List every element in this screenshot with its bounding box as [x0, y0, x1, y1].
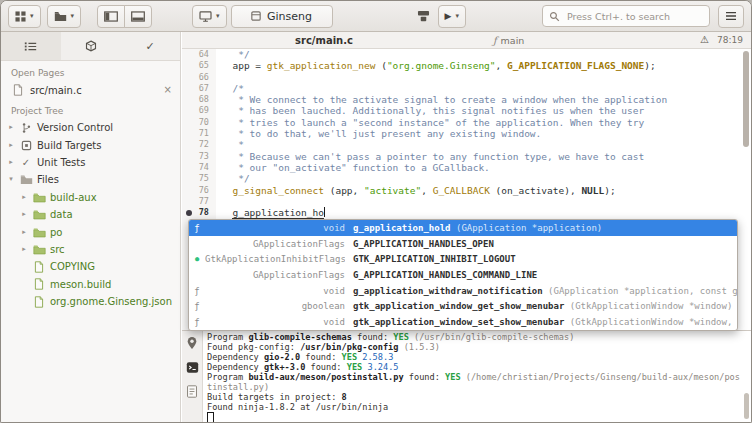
- code-line[interactable]: 65 app = gtk_application_new ("org.gnome…: [182, 60, 751, 71]
- code-line[interactable]: 71 * to do that, we'll just present any …: [182, 128, 751, 139]
- file-icon: [32, 278, 46, 290]
- close-icon[interactable]: ×: [164, 85, 172, 95]
- tree-item-data[interactable]: ▸data: [1, 206, 180, 223]
- project-tree: ▸Version Control▸Build Targets▸✓Unit Tes…: [1, 119, 180, 310]
- search-input[interactable]: [565, 10, 703, 23]
- open-page-item[interactable]: src/main.c ×: [1, 81, 180, 99]
- output-line: Dependency gio-2.0 found: YES 2.58.3: [207, 352, 747, 362]
- code-line[interactable]: 78 g_application_ho: [182, 207, 751, 218]
- expander-icon[interactable]: ▾: [7, 176, 15, 183]
- device-selector-button[interactable]: ▾: [192, 5, 227, 28]
- surface-switcher-button[interactable]: ▾: [8, 5, 41, 28]
- symbol-context-button[interactable]: ƒ main: [493, 35, 524, 46]
- tree-item-copying[interactable]: COPYING: [1, 258, 180, 275]
- expander-icon[interactable]: ▸: [7, 142, 15, 149]
- messages-tab[interactable]: [186, 336, 198, 350]
- code-line[interactable]: 76 g_signal_connect (app, "activate", G_…: [182, 185, 751, 196]
- output-line: Found ninja-1.8.2 at /usr/bin/ninja: [207, 402, 747, 412]
- code-line[interactable]: 74 * our "on_activate" function to a GCa…: [182, 162, 751, 173]
- completion-return-type: GApplicationFlags: [205, 239, 345, 249]
- completion-row[interactable]: ƒgbooleangtk_application_window_get_show…: [189, 298, 737, 314]
- pages-grid-icon: [15, 11, 26, 22]
- tree-item-label: po: [50, 227, 62, 238]
- line-number: 66: [182, 72, 216, 83]
- global-search[interactable]: [542, 5, 710, 27]
- toggle-left-panel-button[interactable]: [97, 5, 125, 28]
- code-line[interactable]: 75 */: [182, 173, 751, 184]
- build-config-tab[interactable]: [61, 32, 121, 60]
- tree-item-label: org.gnome.Ginseng.json: [50, 296, 172, 307]
- completion-row[interactable]: GApplicationFlagsG_APPLICATION_HANDLES_C…: [189, 267, 737, 283]
- open-document-button[interactable]: ▾: [47, 5, 82, 28]
- completion-row[interactable]: ●GtkApplicationInhibitFlagsGTK_APPLICATI…: [189, 251, 737, 267]
- terminal-tab[interactable]: [186, 361, 199, 374]
- folder-open-icon: [54, 11, 67, 22]
- tree-item-po[interactable]: ▸po: [1, 223, 180, 240]
- tree-item-meson-build[interactable]: meson.build: [1, 276, 180, 293]
- build-log-tab[interactable]: [186, 385, 198, 398]
- expander-icon[interactable]: ▸: [20, 194, 28, 201]
- build-brick-icon: [417, 10, 430, 22]
- tree-list-icon: [24, 41, 37, 52]
- tree-item-build-aux[interactable]: ▸build-aux: [1, 189, 180, 206]
- output-scrollbar[interactable]: [744, 393, 749, 419]
- run-button[interactable]: ▶ ▾: [438, 5, 466, 28]
- output-line: tinstall.py): [207, 382, 747, 392]
- tree-item-build-targets[interactable]: ▸Build Targets: [1, 136, 180, 153]
- completion-row[interactable]: ƒvoidgtk_application_window_set_show_men…: [189, 314, 737, 330]
- chevron-down-icon: ▾: [216, 13, 220, 20]
- expander-icon[interactable]: ▸: [20, 229, 28, 236]
- code-line[interactable]: 72 *: [182, 139, 751, 150]
- project-name: Ginseng: [267, 10, 312, 23]
- cursor-position: 78:19: [709, 35, 743, 45]
- left-panel-tabs: ✓: [1, 32, 180, 61]
- code-line[interactable]: 66: [182, 72, 751, 83]
- code-text: * our "on_activate" function to a GCallb…: [216, 162, 490, 173]
- code-line[interactable]: 73 * Because we can't pass a pointer to …: [182, 151, 751, 162]
- search-icon: [549, 11, 560, 22]
- play-icon: ▶: [445, 12, 452, 21]
- line-number: 65: [182, 60, 216, 71]
- code-line[interactable]: 64 */: [182, 49, 751, 60]
- build-button[interactable]: [413, 5, 434, 28]
- tree-item-src[interactable]: ▸src: [1, 241, 180, 258]
- enum-icon: ●: [189, 255, 205, 263]
- warning-icon[interactable]: ⚠: [700, 35, 709, 45]
- code-text: /*: [216, 83, 244, 94]
- expander-icon[interactable]: ▸: [7, 159, 15, 166]
- tests-tab[interactable]: ✓: [120, 32, 180, 60]
- code-line[interactable]: 67 /*: [182, 83, 751, 94]
- build-output[interactable]: Program glib-compile-schemas found: YES …: [203, 331, 751, 422]
- project-tree-tab[interactable]: [1, 32, 61, 60]
- code-line[interactable]: 68 * We connect to the activate signal t…: [182, 94, 751, 105]
- code-line[interactable]: 70 * tries to launch a "second instance"…: [182, 117, 751, 128]
- code-text: g_application_ho: [216, 207, 325, 218]
- folder-green-icon: [32, 209, 46, 220]
- folder-green-icon: [32, 227, 46, 238]
- completion-row[interactable]: ƒvoidg_application_hold (GApplication *a…: [189, 220, 737, 236]
- expander-icon[interactable]: ▸: [7, 124, 15, 131]
- panel-left-icon: [104, 11, 118, 22]
- expander-icon[interactable]: ▸: [20, 246, 28, 253]
- file-icon: [32, 296, 46, 308]
- line-number: 78: [182, 207, 216, 218]
- tree-item-org-gnome-ginseng-json[interactable]: org.gnome.Ginseng.json: [1, 293, 180, 310]
- tree-item-unit-tests[interactable]: ▸✓Unit Tests: [1, 154, 180, 171]
- completion-row[interactable]: GApplicationFlagsG_APPLICATION_HANDLES_O…: [189, 236, 737, 252]
- code-text: [216, 196, 221, 207]
- primary-menu-button[interactable]: [718, 5, 744, 28]
- tree-item-files[interactable]: ▾Files: [1, 171, 180, 188]
- panel-bottom-icon: [131, 11, 145, 22]
- tree-item-label: Version Control: [37, 122, 113, 133]
- project-tree-label: Project Tree: [1, 99, 180, 119]
- code-line[interactable]: 77: [182, 196, 751, 207]
- expander-icon[interactable]: ▸: [20, 211, 28, 218]
- toggle-bottom-panel-button[interactable]: [124, 5, 152, 28]
- target-icon: [19, 140, 33, 151]
- omnibar-project-button[interactable]: Ginseng: [231, 5, 333, 28]
- completion-row[interactable]: ƒvoidg_application_withdraw_notification…: [189, 283, 737, 299]
- editor-scrollbar[interactable]: [743, 51, 749, 147]
- file-title[interactable]: src/main.c: [295, 35, 353, 46]
- code-line[interactable]: 69 * has been lauched. Additionally, thi…: [182, 105, 751, 116]
- tree-item-version-control[interactable]: ▸Version Control: [1, 119, 180, 136]
